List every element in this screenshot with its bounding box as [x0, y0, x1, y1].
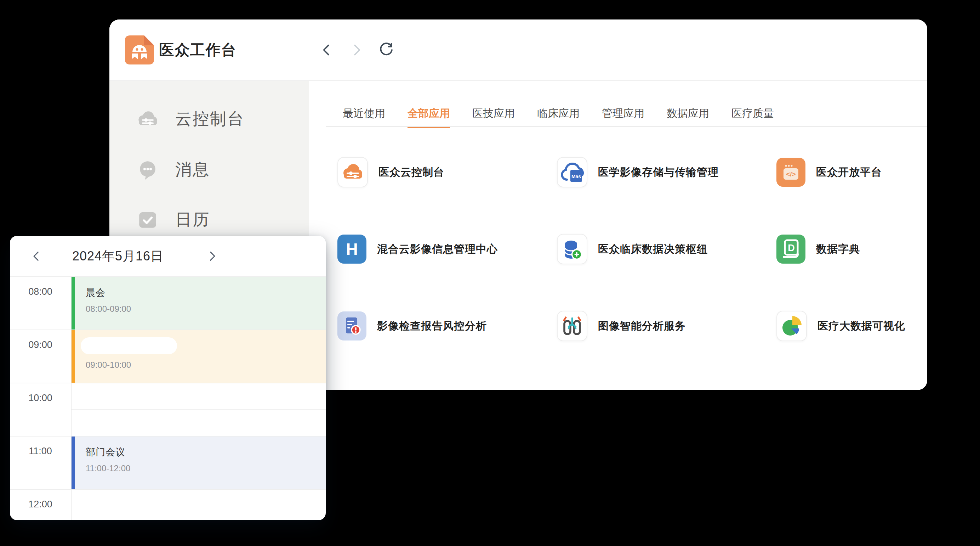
svg-text:D: D [788, 243, 795, 253]
app-cloud-console[interactable]: 医众云控制台 [337, 158, 557, 187]
svg-text:Mas: Mas [571, 174, 581, 179]
lungs-ai-icon [558, 311, 587, 340]
app-big-data-visualization[interactable]: 医疗大数据可视化 [776, 311, 927, 340]
app-hybrid-cloud-imaging-center[interactable]: H 混合云影像信息管理中心 [337, 235, 557, 263]
calendar-event-morning-meeting[interactable]: 晨会 08:00-09:00 [72, 277, 326, 329]
app-category-tabs: 最近使用 全部应用 医技应用 临床应用 管理应用 数据应用 医疗质量 [343, 106, 774, 128]
svg-text:</>: </> [786, 171, 795, 178]
event-title: 部门会议 [86, 446, 326, 458]
app-image-ai-analysis[interactable]: 图像智能分析服务 [557, 311, 776, 340]
time-label: 09:00 [10, 339, 71, 350]
event-title: 晨会 [86, 286, 326, 299]
nav-refresh-button[interactable] [377, 41, 396, 59]
nav-back-button[interactable] [318, 41, 336, 59]
calendar-header: 2024年5月16日 [10, 236, 326, 276]
calendar-date-label: 2024年5月16日 [52, 236, 183, 276]
nav-forward-button[interactable] [347, 41, 366, 59]
app-open-platform[interactable]: </> 医众开放平台 [776, 158, 927, 187]
event-time: 08:00-09:00 [86, 304, 326, 314]
event-title-redacted [81, 337, 177, 354]
tab-medical-quality[interactable]: 医疗质量 [732, 106, 774, 128]
app-title: 医众工作台 [159, 19, 237, 80]
tab-medtech-apps[interactable]: 医技应用 [472, 106, 515, 128]
tab-clinical-apps[interactable]: 临床应用 [537, 106, 579, 128]
data-dictionary-book-icon: D [776, 235, 805, 263]
pie-chart-icon [777, 311, 806, 340]
content-area: 最近使用 全部应用 医技应用 临床应用 管理应用 数据应用 医疗质量 [309, 81, 927, 390]
desktop-background: 医众工作台 [0, 0, 980, 546]
cloud-mas-icon: Mas [558, 158, 587, 187]
sidebar-item-messages[interactable]: 消息 [134, 156, 210, 184]
refresh-icon [378, 42, 395, 58]
sidebar-item-label: 消息 [175, 159, 210, 181]
app-data-dictionary[interactable]: D 数据字典 [776, 235, 927, 263]
tab-data-apps[interactable]: 数据应用 [667, 106, 709, 128]
app-imaging-storage-transfer[interactable]: Mas 医学影像存储与传输管理 [557, 158, 776, 187]
event-time: 09:00-10:00 [86, 360, 326, 370]
chevron-right-icon [350, 43, 364, 57]
tabs-divider [326, 126, 927, 127]
calendar-icon [134, 206, 161, 233]
calendar-panel: 2024年5月16日 08:00 09:00 10:00 11:00 12:00… [10, 236, 326, 520]
time-label: 08:00 [10, 286, 71, 297]
calendar-day-grid: 08:00 09:00 10:00 11:00 12:00 晨会 08:00-0… [10, 276, 326, 520]
sidebar-item-calendar[interactable]: 日历 [134, 206, 210, 233]
open-platform-code-icon: </> [776, 158, 805, 187]
window-header: 医众工作台 [110, 19, 927, 81]
event-time: 11:00-12:00 [86, 463, 326, 473]
app-grid: 医众云控制台 Mas 医学影像存储与传输管理 [337, 158, 927, 340]
chevron-right-icon [206, 250, 218, 262]
app-logo-icon [125, 35, 154, 64]
hour-line [10, 489, 326, 490]
time-label: 12:00 [10, 499, 71, 510]
calendar-event-redacted[interactable]: 09:00-10:00 [72, 330, 326, 383]
app-clinical-data-hub[interactable]: 医众临床数据决策枢纽 [557, 235, 776, 263]
tab-recently-used[interactable]: 最近使用 [343, 106, 385, 128]
database-plus-icon [558, 235, 587, 263]
half-hour-line [72, 409, 326, 410]
app-report-risk-analysis[interactable]: 影像检查报告风控分析 [337, 311, 557, 340]
tab-management-apps[interactable]: 管理应用 [602, 106, 644, 128]
sidebar-item-label: 云控制台 [175, 108, 245, 130]
calendar-event-department-meeting[interactable]: 部门会议 11:00-12:00 [72, 436, 326, 489]
sidebar-item-label: 日历 [175, 209, 210, 231]
hour-line [10, 383, 326, 383]
report-risk-alert-icon [337, 311, 366, 340]
sidebar-item-cloud-console[interactable]: 云控制台 [134, 105, 245, 133]
calendar-next-day-button[interactable] [204, 248, 220, 264]
cloud-sliders-icon [338, 158, 367, 187]
time-label: 11:00 [10, 446, 71, 457]
time-label: 10:00 [10, 393, 71, 404]
chevron-left-icon [30, 250, 43, 262]
letter-h-icon: H [346, 239, 358, 259]
message-icon [134, 156, 161, 183]
calendar-prev-day-button[interactable] [28, 248, 45, 264]
chevron-left-icon [320, 43, 334, 57]
cloud-console-icon [134, 105, 161, 133]
tab-all-apps[interactable]: 全部应用 [407, 106, 450, 128]
